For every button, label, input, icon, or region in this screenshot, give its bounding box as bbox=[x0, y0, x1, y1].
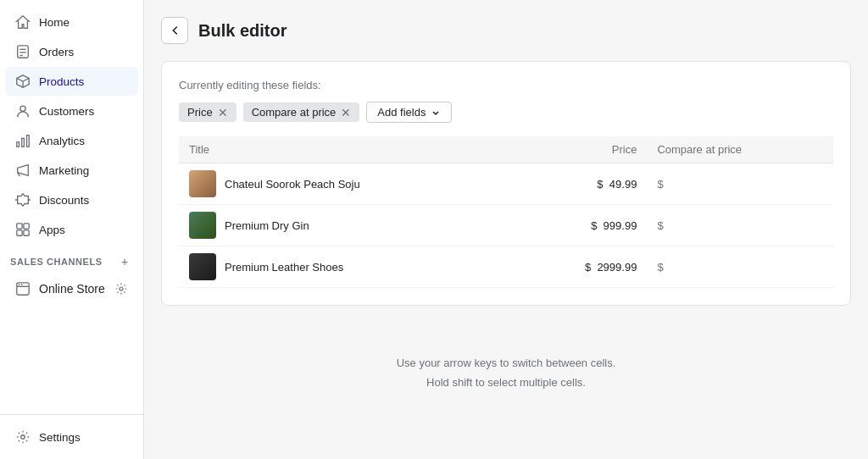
sidebar-item-marketing[interactable]: Marketing bbox=[5, 156, 138, 185]
field-tag-compare-at-price-close[interactable]: ✕ bbox=[341, 107, 351, 119]
svg-rect-13 bbox=[17, 230, 22, 235]
channels-section-header: SALES CHANNELS + bbox=[0, 245, 143, 274]
svg-rect-10 bbox=[27, 135, 30, 147]
product-thumb-shoes bbox=[189, 253, 216, 280]
sidebar-item-analytics-label: Analytics bbox=[39, 135, 85, 147]
svg-point-18 bbox=[21, 284, 23, 285]
field-tag-price-label: Price bbox=[187, 106, 213, 119]
compare-cell-soju[interactable]: $ bbox=[647, 163, 833, 205]
sidebar-item-customers-label: Customers bbox=[39, 105, 94, 118]
price-cell-shoes[interactable]: $ 2999.99 bbox=[519, 246, 648, 288]
page-title: Bulk editor bbox=[198, 21, 287, 41]
marketing-icon bbox=[15, 163, 31, 178]
sidebar-item-home[interactable]: Home bbox=[5, 8, 138, 36]
back-button[interactable] bbox=[161, 17, 188, 44]
sidebar-item-home-label: Home bbox=[39, 16, 70, 29]
svg-point-20 bbox=[21, 435, 25, 440]
table-header-row: Title Price Compare at price bbox=[179, 136, 833, 163]
svg-rect-11 bbox=[17, 224, 22, 229]
product-cell-shoes: Premium Leather Shoes bbox=[189, 253, 509, 280]
svg-rect-14 bbox=[24, 230, 29, 235]
online-store-left: Online Store bbox=[15, 281, 105, 296]
sidebar-item-settings[interactable]: Settings bbox=[5, 423, 138, 451]
sidebar-item-discounts-label: Discounts bbox=[39, 194, 89, 207]
currently-editing-label: Currently editing these fields: bbox=[179, 79, 833, 91]
table-row: Chateul Soorok Peach Soju $ 49.99 $ bbox=[179, 163, 833, 205]
product-thumb-gin bbox=[189, 212, 216, 239]
page-header: Bulk editor bbox=[161, 17, 851, 44]
customers-icon bbox=[15, 103, 31, 119]
product-name-shoes: Premium Leather Shoes bbox=[225, 261, 343, 274]
home-icon bbox=[15, 14, 31, 30]
product-thumb-soju bbox=[189, 170, 216, 197]
sidebar-item-products-label: Products bbox=[39, 75, 84, 88]
fields-row: Price ✕ Compare at price ✕ Add fields bbox=[179, 102, 833, 123]
product-name-soju: Chateul Soorok Peach Soju bbox=[225, 178, 360, 191]
table-row: Premium Leather Shoes $ 2999.99 $ bbox=[179, 246, 833, 288]
product-cell-soju: Chateul Soorok Peach Soju bbox=[189, 170, 509, 197]
compare-cell-shoes[interactable]: $ bbox=[647, 246, 833, 288]
sidebar-settings: Settings bbox=[0, 414, 143, 459]
svg-rect-9 bbox=[22, 138, 25, 147]
svg-point-7 bbox=[20, 106, 25, 111]
product-name-gin: Premium Dry Gin bbox=[225, 219, 309, 232]
info-line2: Hold shift to select multiple cells. bbox=[178, 373, 834, 392]
sidebar-item-analytics[interactable]: Analytics bbox=[5, 126, 138, 155]
col-compare-at-price: Compare at price bbox=[647, 136, 833, 163]
svg-rect-12 bbox=[24, 224, 29, 229]
svg-point-19 bbox=[120, 287, 123, 290]
sidebar-item-products[interactable]: Products bbox=[5, 67, 138, 96]
product-title-cell: Premium Leather Shoes bbox=[179, 246, 519, 288]
info-line1: Use your arrow keys to switch between ce… bbox=[178, 353, 834, 373]
product-title-cell: Chateul Soorok Peach Soju bbox=[179, 163, 519, 205]
apps-icon bbox=[15, 222, 31, 237]
svg-line-5 bbox=[17, 78, 23, 81]
online-store-settings-icon[interactable] bbox=[114, 282, 128, 296]
svg-point-17 bbox=[19, 284, 20, 285]
field-tag-price-close[interactable]: ✕ bbox=[218, 107, 228, 119]
orders-icon bbox=[15, 44, 31, 59]
sidebar-item-online-store[interactable]: Online Store bbox=[5, 274, 138, 303]
bulk-editor-card: Currently editing these fields: Price ✕ … bbox=[161, 61, 851, 306]
field-tag-compare-at-price-label: Compare at price bbox=[252, 106, 337, 119]
add-fields-label: Add fields bbox=[377, 106, 426, 119]
price-cell-soju[interactable]: $ 49.99 bbox=[519, 163, 648, 205]
online-store-icon bbox=[15, 281, 31, 296]
bulk-table: Title Price Compare at price Chateul Soo… bbox=[179, 136, 833, 288]
channels-label: SALES CHANNELS bbox=[10, 257, 103, 267]
online-store-label: Online Store bbox=[39, 282, 105, 296]
sidebar-item-apps-label: Apps bbox=[39, 224, 65, 236]
svg-rect-8 bbox=[17, 142, 19, 147]
analytics-icon bbox=[15, 133, 31, 148]
add-channel-button[interactable]: + bbox=[116, 253, 133, 270]
product-cell-gin: Premium Dry Gin bbox=[189, 212, 509, 239]
sidebar-item-marketing-label: Marketing bbox=[39, 164, 89, 177]
sidebar-item-orders-label: Orders bbox=[39, 46, 74, 58]
field-tag-compare-at-price: Compare at price ✕ bbox=[243, 102, 360, 122]
svg-line-6 bbox=[23, 78, 29, 81]
products-icon bbox=[15, 74, 31, 89]
info-section: Use your arrow keys to switch between ce… bbox=[161, 319, 851, 427]
sidebar-item-apps[interactable]: Apps bbox=[5, 215, 138, 244]
field-tag-price: Price ✕ bbox=[179, 102, 236, 122]
sidebar-item-orders[interactable]: Orders bbox=[5, 37, 138, 66]
product-title-cell: Premium Dry Gin bbox=[179, 205, 519, 246]
col-price: Price bbox=[519, 136, 648, 163]
discounts-icon bbox=[15, 192, 31, 207]
table-row: Premium Dry Gin $ 999.99 $ bbox=[179, 205, 833, 246]
settings-icon bbox=[15, 429, 31, 445]
sidebar-item-customers[interactable]: Customers bbox=[5, 97, 138, 125]
sidebar-item-settings-label: Settings bbox=[39, 431, 81, 444]
price-cell-gin[interactable]: $ 999.99 bbox=[519, 205, 648, 246]
main-content: Bulk editor Currently editing these fiel… bbox=[144, 0, 868, 459]
sidebar-nav: Home Orders Products Customers Analytics bbox=[0, 0, 143, 414]
compare-cell-gin[interactable]: $ bbox=[647, 205, 833, 246]
sidebar-item-discounts[interactable]: Discounts bbox=[5, 185, 138, 214]
col-title: Title bbox=[179, 136, 519, 163]
sidebar: Home Orders Products Customers Analytics bbox=[0, 0, 144, 459]
add-fields-button[interactable]: Add fields bbox=[366, 102, 452, 123]
